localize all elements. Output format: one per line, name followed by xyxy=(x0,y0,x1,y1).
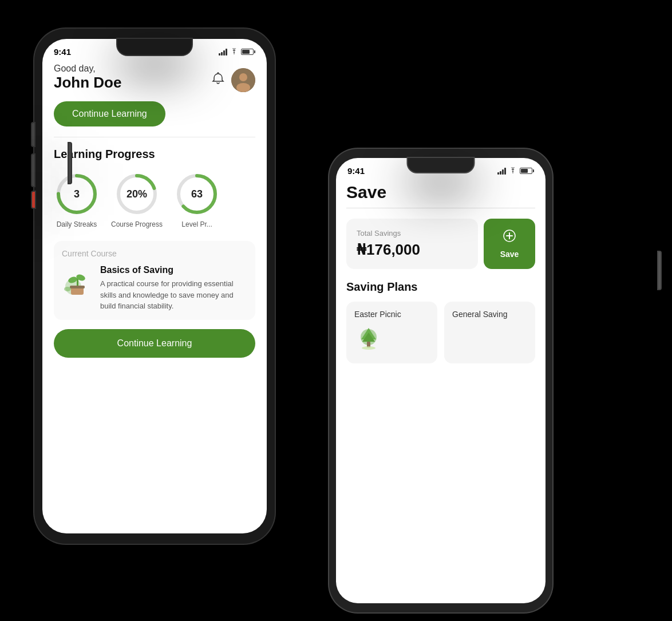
level-progress-item: 63 Level Pr... xyxy=(174,171,220,228)
notification-icon[interactable] xyxy=(212,72,224,89)
status-icons xyxy=(219,48,255,56)
course-info: Basics of Saving A practical course for … xyxy=(100,265,247,312)
continue-learning-button[interactable]: Continue Learning xyxy=(54,101,165,126)
phone1-screen: 9:41 xyxy=(42,39,267,533)
save-action-button[interactable]: Save xyxy=(484,219,535,269)
easter-picnic-icon xyxy=(354,325,429,355)
phone2-battery-icon xyxy=(520,168,534,174)
course-progress-circle: 20% xyxy=(114,171,160,217)
app-content: Good day, John Doe xyxy=(42,59,267,533)
easter-picnic-card[interactable]: Easter Picnic xyxy=(346,302,437,363)
save-button-label: Save xyxy=(500,250,519,259)
total-savings-label: Total Savings xyxy=(357,229,468,238)
svg-rect-18 xyxy=(70,286,85,288)
phone2-app-content: Save Total Savings ₦176,000 Save xyxy=(336,178,545,603)
phone2-signal-bar1 xyxy=(497,172,499,175)
svg-text:20%: 20% xyxy=(127,188,147,200)
username-text: John Doe xyxy=(54,74,121,92)
general-saving-card[interactable]: General Saving xyxy=(444,302,535,363)
svg-point-2 xyxy=(239,73,247,81)
svg-point-0 xyxy=(234,53,235,54)
svg-point-3 xyxy=(236,83,250,92)
phone2-signal-bar3 xyxy=(502,169,504,175)
easter-picnic-label: Easter Picnic xyxy=(354,310,429,319)
total-savings-amount: ₦176,000 xyxy=(357,241,468,259)
total-savings-card: Total Savings ₦176,000 xyxy=(346,219,478,269)
signal-icon xyxy=(219,49,227,56)
current-course-section: Current Course xyxy=(54,241,255,320)
battery-icon xyxy=(241,49,255,55)
power-button[interactable] xyxy=(69,143,71,183)
phone2-signal-bar2 xyxy=(500,171,501,175)
general-saving-label: General Saving xyxy=(452,310,527,319)
greeting-text: Good day, xyxy=(54,64,121,74)
course-progress-item: 20% Course Progress xyxy=(111,171,163,228)
saving-plans-title: Saving Plans xyxy=(346,280,535,294)
phone2-signal-bar4 xyxy=(504,168,506,175)
phone1: 9:41 xyxy=(34,29,275,544)
signal-bar3 xyxy=(223,50,225,56)
svg-point-19 xyxy=(64,287,71,291)
daily-streaks-circle: 3 xyxy=(54,171,100,217)
level-progress-label: Level Pr... xyxy=(181,220,212,228)
course-description: A practical course for providing essenti… xyxy=(100,278,247,312)
daily-streaks-label: Daily Streaks xyxy=(57,220,97,228)
learning-progress-title: Learning Progress xyxy=(54,148,255,161)
avatar[interactable] xyxy=(231,68,255,92)
course-title: Basics of Saving xyxy=(100,265,247,275)
phone2-signal-icon xyxy=(497,168,506,175)
phone2-wifi-icon xyxy=(509,167,517,175)
phone2-status-icons xyxy=(497,167,534,175)
svg-point-28 xyxy=(362,346,375,350)
svg-point-20 xyxy=(512,172,513,173)
header-icons xyxy=(212,68,255,92)
save-plus-icon xyxy=(503,229,516,246)
save-page-title: Save xyxy=(346,183,535,202)
level-progress-circle: 63 xyxy=(174,171,220,217)
current-course-label: Current Course xyxy=(62,249,247,258)
progress-circles: 3 Daily Streaks 20% Course Progress xyxy=(54,171,255,228)
continue-learning-button-2[interactable]: Continue Learning xyxy=(54,329,255,358)
volume-down-button[interactable] xyxy=(32,155,34,186)
divider1 xyxy=(54,137,255,137)
phone2-power-button[interactable] xyxy=(658,252,661,289)
status-time: 9:41 xyxy=(54,47,71,57)
notch xyxy=(117,39,192,55)
course-row: Basics of Saving A practical course for … xyxy=(62,265,247,312)
savings-row: Total Savings ₦176,000 Save xyxy=(346,219,535,269)
svg-text:3: 3 xyxy=(74,188,80,200)
phone2-notch xyxy=(408,158,474,172)
phone2: 9:41 xyxy=(329,149,552,612)
header-row: Good day, John Doe xyxy=(54,64,255,92)
phone2-divider xyxy=(346,208,535,208)
phone2-screen: 9:41 xyxy=(336,158,545,603)
phone2-status-time: 9:41 xyxy=(347,166,365,176)
signal-bar1 xyxy=(219,53,220,56)
course-progress-label: Course Progress xyxy=(111,220,163,228)
course-icon xyxy=(62,265,93,299)
svg-text:63: 63 xyxy=(191,188,203,200)
signal-bar4 xyxy=(226,49,227,56)
signal-bar2 xyxy=(221,52,223,56)
side-red-button xyxy=(32,192,35,208)
saving-plans-row: Easter Picnic Gener xyxy=(346,302,535,363)
daily-streaks-item: 3 Daily Streaks xyxy=(54,171,100,228)
wifi-icon xyxy=(230,48,238,56)
user-info: Good day, John Doe xyxy=(54,64,121,92)
volume-up-button[interactable] xyxy=(32,123,34,146)
